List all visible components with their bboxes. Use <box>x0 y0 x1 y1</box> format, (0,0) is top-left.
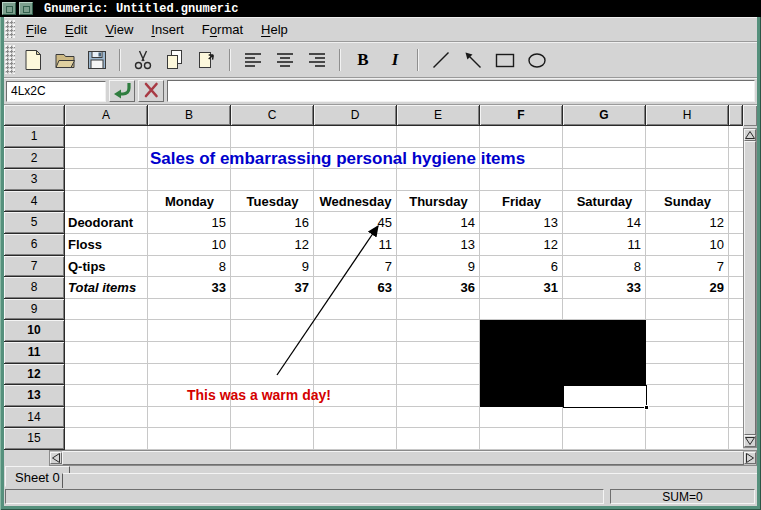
column-header-a[interactable]: A <box>65 105 148 126</box>
cell-reference-box[interactable] <box>6 81 106 102</box>
align-left-button[interactable] <box>238 45 268 75</box>
vertical-scrollbar[interactable] <box>743 128 757 448</box>
draw-rectangle-button[interactable] <box>490 45 520 75</box>
cell-value-total-items-7[interactable]: 29 <box>646 277 729 299</box>
column-header-d[interactable]: D <box>314 105 397 126</box>
cell-value-deodorant-6[interactable]: 14 <box>563 212 646 234</box>
select-all-corner[interactable] <box>4 105 65 126</box>
active-cell-g13[interactable] <box>563 385 647 408</box>
cell-value-total-items-5[interactable]: 31 <box>480 277 563 299</box>
copy-button[interactable] <box>160 45 190 75</box>
cell-value-floss-7[interactable]: 10 <box>646 234 729 256</box>
menu-file[interactable]: File <box>17 19 56 40</box>
cell-value-deodorant-5[interactable]: 13 <box>480 212 563 234</box>
bold-button[interactable]: B <box>348 45 378 75</box>
cell-value-q-tips-5[interactable]: 6 <box>480 256 563 278</box>
open-file-button[interactable] <box>50 45 80 75</box>
cell-value-total-items-4[interactable]: 36 <box>397 277 480 299</box>
column-header-f[interactable]: F <box>480 105 563 126</box>
row-header-9[interactable]: 9 <box>4 299 65 321</box>
row-header-3[interactable]: 3 <box>4 169 65 191</box>
cell-value-floss-4[interactable]: 13 <box>397 234 480 256</box>
save-file-button[interactable] <box>82 45 112 75</box>
column-header-b[interactable]: B <box>148 105 231 126</box>
scroll-up-button[interactable] <box>744 129 756 141</box>
menu-format[interactable]: Format <box>193 19 252 40</box>
cell-label-floss[interactable]: Floss <box>65 234 148 256</box>
cell-value-deodorant-2[interactable]: 16 <box>231 212 314 234</box>
cell-value-floss-5[interactable]: 12 <box>480 234 563 256</box>
cell-value-deodorant-1[interactable]: 15 <box>148 212 231 234</box>
draw-line-button[interactable] <box>426 45 456 75</box>
column-header-e[interactable]: E <box>397 105 480 126</box>
cut-button[interactable] <box>128 45 158 75</box>
toolbar-grip-handle[interactable] <box>5 45 15 74</box>
column-header-partial[interactable] <box>729 105 743 126</box>
row-header-15[interactable]: 15 <box>4 428 65 450</box>
cell-value-deodorant-3[interactable]: 45 <box>314 212 397 234</box>
row-header-6[interactable]: 6 <box>4 234 65 256</box>
row-header-5[interactable]: 5 <box>4 212 65 234</box>
cell-value-floss-3[interactable]: 11 <box>314 234 397 256</box>
cell-value-deodorant-7[interactable]: 12 <box>646 212 729 234</box>
cell-day-tuesday[interactable]: Tuesday <box>231 191 314 213</box>
selection-fill-handle[interactable] <box>644 405 649 410</box>
menu-insert[interactable]: Insert <box>142 19 193 40</box>
cell-value-total-items-3[interactable]: 63 <box>314 277 397 299</box>
row-header-8[interactable]: 8 <box>4 277 65 299</box>
cell-value-q-tips-3[interactable]: 7 <box>314 256 397 278</box>
cell-annotation[interactable]: This was a warm day! <box>187 385 331 407</box>
cell-value-q-tips-6[interactable]: 8 <box>563 256 646 278</box>
row-header-10[interactable]: 10 <box>4 320 65 342</box>
cell-day-sunday[interactable]: Sunday <box>646 191 729 213</box>
menu-edit[interactable]: Edit <box>56 19 96 40</box>
cell-value-floss-1[interactable]: 10 <box>148 234 231 256</box>
window-menu-button[interactable] <box>2 2 16 15</box>
vertical-scrollbar-thumb[interactable] <box>744 141 756 435</box>
row-header-2[interactable]: 2 <box>4 148 65 170</box>
scroll-down-button[interactable] <box>744 435 756 447</box>
menu-help[interactable]: Help <box>252 19 297 40</box>
scroll-left-button[interactable] <box>50 452 62 464</box>
new-file-button[interactable] <box>18 45 48 75</box>
cell-value-total-items-6[interactable]: 33 <box>563 277 646 299</box>
cell-value-q-tips-2[interactable]: 9 <box>231 256 314 278</box>
scroll-right-button[interactable] <box>744 452 756 464</box>
draw-arrow-button[interactable] <box>458 45 488 75</box>
column-header-g[interactable]: G <box>563 105 646 126</box>
cell-value-floss-6[interactable]: 11 <box>563 234 646 256</box>
row-header-4[interactable]: 4 <box>4 191 65 213</box>
cell-day-wednesday[interactable]: Wednesday <box>314 191 397 213</box>
menu-view[interactable]: View <box>96 19 142 40</box>
row-header-11[interactable]: 11 <box>4 342 65 364</box>
cell-title-b2[interactable]: Sales of embarrassing personal hygiene i… <box>148 148 525 170</box>
row-header-7[interactable]: 7 <box>4 256 65 278</box>
cell-value-floss-2[interactable]: 12 <box>231 234 314 256</box>
menubar-grip-handle[interactable] <box>5 20 15 38</box>
italic-button[interactable]: I <box>380 45 410 75</box>
draw-ellipse-button[interactable] <box>522 45 552 75</box>
cell-value-deodorant-4[interactable]: 14 <box>397 212 480 234</box>
cell-label-q-tips[interactable]: Q-tips <box>65 256 148 278</box>
titlebar[interactable]: Gnumeric: Untitled.gnumeric <box>0 0 761 17</box>
cell-value-total-items-1[interactable]: 33 <box>148 277 231 299</box>
column-header-h[interactable]: H <box>646 105 729 126</box>
row-header-14[interactable]: 14 <box>4 407 65 429</box>
cell-label-total-items[interactable]: Total items <box>65 277 148 299</box>
paste-button[interactable] <box>192 45 222 75</box>
column-header-c[interactable]: C <box>231 105 314 126</box>
row-header-1[interactable]: 1 <box>4 126 65 148</box>
cell-value-total-items-2[interactable]: 37 <box>231 277 314 299</box>
confirm-entry-button[interactable] <box>109 80 135 102</box>
align-center-button[interactable] <box>270 45 300 75</box>
horizontal-scrollbar[interactable] <box>49 450 757 466</box>
row-header-12[interactable]: 12 <box>4 364 65 386</box>
cell-value-q-tips-4[interactable]: 9 <box>397 256 480 278</box>
horizontal-scrollbar-thumb[interactable] <box>62 451 744 465</box>
tab-sheet0[interactable]: Sheet 0 <box>5 466 70 487</box>
row-header-13[interactable]: 13 <box>4 385 65 407</box>
align-right-button[interactable] <box>302 45 332 75</box>
formula-input[interactable] <box>167 80 755 102</box>
cell-day-saturday[interactable]: Saturday <box>563 191 646 213</box>
cell-value-q-tips-7[interactable]: 7 <box>646 256 729 278</box>
